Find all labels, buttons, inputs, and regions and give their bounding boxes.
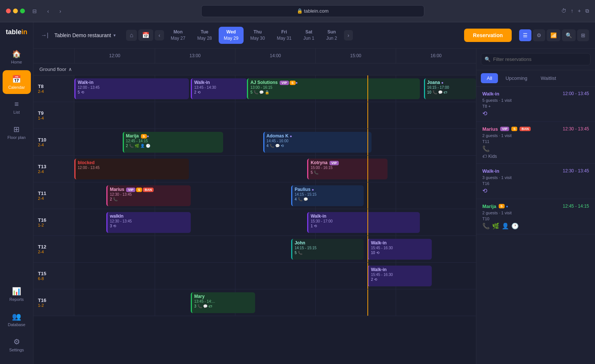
- table-label-t13: T13 2-4: [33, 156, 74, 182]
- search-btn[interactable]: 🔍: [562, 29, 576, 41]
- res-list-icons: 📞 🌿 👤 🕐: [482, 222, 589, 230]
- table-capacity: 2-4: [38, 169, 70, 174]
- table-label-t16b: T16 1-2: [33, 289, 74, 316]
- sidebar-item-database[interactable]: 👥 Database: [3, 308, 31, 331]
- sidebar-label-floor-plan: Floor plan: [7, 135, 26, 140]
- close-button[interactable]: [6, 9, 11, 13]
- blocked-block[interactable]: blocked 12:00 - 13:45: [74, 159, 189, 179]
- res-time: 14:45 - 16:00: [267, 139, 370, 143]
- table-capacity: 6-8: [38, 276, 70, 281]
- sidebar-label-reports: Reports: [9, 297, 24, 302]
- reservation-block[interactable]: Walk-in 12:00 - 13:45 5 ⟲: [74, 78, 189, 99]
- sidebar-item-floor-plan[interactable]: ⊞ Floor plan: [3, 120, 31, 144]
- res-icons: 2 ⟲: [194, 90, 245, 94]
- res-time: 14:15 - 15:15: [295, 192, 361, 196]
- reservation-block[interactable]: Adomas K ● 14:45 - 16:00 4 📞 💬 ⟲: [263, 132, 372, 153]
- share-icon[interactable]: ↑: [571, 8, 573, 14]
- vip-badge: VIP: [329, 161, 339, 165]
- reservation-block[interactable]: John 14:15 - 15:15 5 📞: [291, 239, 363, 260]
- day-tue: Tue: [201, 29, 208, 35]
- home-icon: 🏠: [12, 49, 21, 58]
- table-name: T10: [38, 137, 70, 143]
- date-fri: May 31: [277, 35, 291, 42]
- grid-view-btn[interactable]: ⊞: [577, 29, 589, 41]
- res-icons: 5 📞: [311, 170, 385, 175]
- floor-header[interactable]: Ground floor ∧: [33, 64, 476, 75]
- tab-upcoming[interactable]: Upcoming: [499, 73, 533, 83]
- back-button[interactable]: ‹: [44, 7, 52, 16]
- settings-icon: ⚙: [13, 337, 20, 346]
- minimize-button[interactable]: [13, 9, 18, 13]
- restaurant-selector[interactable]: Tablein Demo restaurant ▾: [54, 32, 116, 38]
- res-list-name-text: Walk-in: [482, 91, 499, 97]
- date-sun: Jun 2: [326, 35, 337, 42]
- time-slots-t13: blocked 12:00 - 13:45 Kotryna VIP 15:00 …: [74, 156, 476, 182]
- list-view-btn[interactable]: ☰: [519, 29, 531, 41]
- date-tab-mon[interactable]: Mon May 27: [165, 27, 190, 44]
- date-tab-sat[interactable]: Sat Jun 1: [298, 27, 319, 44]
- reservation-block[interactable]: Marija S● 12:45 - 14:15 2 📞 🌿 👤 🕐: [123, 132, 223, 153]
- day-mon: Mon: [173, 29, 183, 35]
- reservation-block[interactable]: Walk-in 15:30 - 17:00 1 ⟲: [307, 212, 419, 233]
- history-icon[interactable]: ⏱: [561, 8, 566, 14]
- filter-btn[interactable]: ⚙: [533, 29, 545, 41]
- tab-waitlist[interactable]: Waitlist: [535, 73, 562, 83]
- date-tab-tue[interactable]: Tue May 28: [192, 27, 217, 44]
- next-week-btn[interactable]: ›: [344, 30, 353, 40]
- date-thu: May 30: [250, 35, 265, 42]
- tabs-icon[interactable]: ⧉: [585, 8, 589, 14]
- reservation-block[interactable]: Walk-in 15:45 - 16:30 2 ⟲: [367, 266, 432, 286]
- res-name: Walk-in: [78, 80, 187, 85]
- date-tab-fri[interactable]: Fri May 31: [271, 27, 296, 44]
- guest-count: 3: [110, 224, 112, 228]
- sidebar-item-calendar[interactable]: 📅 Calendar: [3, 70, 31, 94]
- forward-button[interactable]: ›: [57, 7, 64, 16]
- reservation-block[interactable]: Walk-in 13:45 - 14:30 2 ⟲: [191, 78, 247, 99]
- current-time-line: [367, 182, 368, 209]
- date-tab-thu[interactable]: Thu May 30: [245, 27, 270, 44]
- calendar-picker-btn[interactable]: 📅: [138, 29, 153, 41]
- sidebar-item-home[interactable]: 🏠 Home: [3, 45, 31, 69]
- date-tab-sun[interactable]: Sun Jun 2: [321, 27, 342, 44]
- res-time: 14:15 - 15:15: [295, 246, 361, 250]
- table-row: T12 2-4 John 14:15 - 15:15: [33, 236, 476, 263]
- table-name: T9: [38, 110, 70, 116]
- reservation-block[interactable]: Marius VIPSBAN 12:30 - 13:45 2 📞: [106, 185, 191, 206]
- sidebar-item-settings[interactable]: ⚙ Settings: [3, 333, 31, 357]
- add-tab-icon[interactable]: +: [578, 8, 581, 14]
- list-item[interactable]: Walk-in 12:30 - 13:45 3 guests · 1 visit…: [476, 164, 595, 199]
- chart-view-btn[interactable]: 📶: [547, 29, 560, 41]
- guest-count: 2: [126, 144, 128, 148]
- sidebar-item-reports[interactable]: 📊 Reports: [3, 282, 31, 306]
- res-icons: 2 📞 🌿 👤 🕐: [126, 144, 221, 148]
- address-bar[interactable]: 🔒 tablein.com: [201, 5, 424, 17]
- res-time: 16:15 - 17:00: [427, 85, 474, 90]
- sidebar-item-list[interactable]: ≡ List: [3, 95, 31, 119]
- home-date-btn[interactable]: ⌂: [126, 30, 137, 41]
- list-item[interactable]: Marija S ● 12:45 - 14:15 2 guests · 1 vi…: [476, 199, 595, 234]
- date-tab-wed[interactable]: Wed May 29: [219, 27, 244, 44]
- reservation-button[interactable]: Reservation: [464, 29, 512, 42]
- tab-all[interactable]: All: [481, 73, 498, 83]
- prev-week-btn[interactable]: ‹: [155, 30, 164, 40]
- list-item[interactable]: Walk-in 12:00 - 13:45 5 guests · 1 visit…: [476, 87, 595, 122]
- phone-icon: 📞: [482, 145, 490, 152]
- reservation-block[interactable]: Paulius ● 14:15 - 15:15 4 📞 💬: [291, 185, 363, 206]
- search-input[interactable]: [481, 53, 591, 65]
- reservation-block[interactable]: Kotryna VIP 15:00 - 16:15 5 📞: [307, 159, 387, 179]
- reservation-block[interactable]: Mary 13:45 - 14:... 3 📞 💬 🏷: [191, 292, 255, 313]
- circle-badge: ●: [147, 134, 149, 138]
- tag-icon: 🏷: [482, 154, 487, 159]
- sidebar-collapse-btn[interactable]: →|: [39, 30, 50, 40]
- current-time-line: [367, 209, 368, 235]
- list-item[interactable]: Marius VIP S BAN 12:30 - 13:45 2 guests …: [476, 122, 595, 164]
- sidebar-toggle[interactable]: ⊟: [29, 7, 40, 16]
- res-list-meta: 2 guests · 1 visit: [482, 211, 589, 215]
- reservation-block[interactable]: walkIn 12:30 - 13:45 3 ⟲: [106, 212, 191, 233]
- res-name: Walk-in: [371, 267, 430, 272]
- reservation-block[interactable]: Walk-in 15:45 - 16:30 10 ⟲: [367, 239, 432, 260]
- reservation-block[interactable]: Joana ● 16:15 - 17:00 10 📞 💬 🏷: [424, 78, 476, 99]
- guest-count: 10: [371, 251, 375, 255]
- reservation-block[interactable]: AJ Solutions VIPS● 13:00 - 16:15 5 📞 💬 🔒: [247, 78, 419, 99]
- maximize-button[interactable]: [20, 9, 25, 13]
